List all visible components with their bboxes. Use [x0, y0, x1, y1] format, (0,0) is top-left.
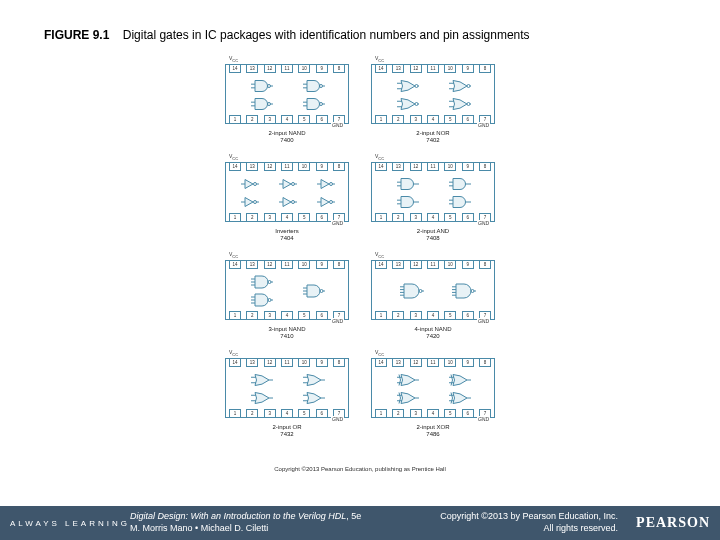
gate-schematic [226, 271, 350, 311]
pin-row-top: 141312111098 [372, 162, 494, 171]
svg-point-72 [320, 290, 323, 293]
pin-2: 2 [246, 409, 258, 418]
ic-package: 1413121110981234567VCCGND [225, 260, 349, 320]
chip-label: 2-input NAND7400 [268, 130, 305, 144]
footer-bar: ALWAYS LEARNING Digital Design: With an … [0, 506, 720, 540]
chip-7486: 1413121110981234567VCCGND2-input XOR7486 [367, 358, 499, 450]
pin-8: 8 [479, 64, 491, 73]
book-edition: , 5e [346, 511, 361, 521]
ic-package: 1413121110981234567VCCGND [371, 260, 495, 320]
chip-label: 2-input AND7408 [417, 228, 449, 242]
pin-9: 9 [316, 64, 328, 73]
vcc-label: VCC [375, 349, 384, 357]
vcc-label: VCC [229, 153, 238, 161]
pin-11: 11 [281, 358, 293, 367]
gate-schematic [372, 369, 496, 409]
pin-5: 5 [444, 311, 456, 320]
pin-3: 3 [264, 115, 276, 124]
pin-13: 13 [246, 358, 258, 367]
gnd-label: GND [477, 122, 490, 128]
pin-row-bottom: 1234567 [372, 409, 494, 418]
slide: FIGURE 9.1 Digital gates in IC packages … [0, 0, 720, 540]
pin-4: 4 [281, 409, 293, 418]
pin-8: 8 [333, 260, 345, 269]
pin-11: 11 [427, 64, 439, 73]
copyright-line: Copyright ©2013 by Pearson Education, In… [440, 511, 618, 521]
chip-label: 4-input NAND7420 [414, 326, 451, 340]
vcc-label: VCC [229, 349, 238, 357]
pin-5: 5 [298, 213, 310, 222]
pin-4: 4 [427, 213, 439, 222]
figure-label: FIGURE 9.1 [44, 28, 109, 42]
chip-diagram-area: 1413121110981234567VCCGND2-input NAND740… [0, 64, 720, 450]
pin-4: 4 [281, 311, 293, 320]
chip-7420: 1413121110981234567VCCGND4-input NAND742… [367, 260, 499, 352]
gate-schematic [226, 173, 350, 213]
pin-12: 12 [410, 64, 422, 73]
pin-14: 14 [229, 162, 241, 171]
footer-copyright: Copyright ©2013 by Pearson Education, In… [440, 511, 626, 534]
pin-5: 5 [444, 213, 456, 222]
svg-point-77 [419, 290, 422, 293]
gnd-label: GND [331, 416, 344, 422]
vcc-label: VCC [229, 251, 238, 259]
pin-3: 3 [410, 115, 422, 124]
pin-row-top: 141312111098 [226, 358, 348, 367]
pin-4: 4 [281, 213, 293, 222]
svg-point-20 [467, 85, 470, 88]
pin-8: 8 [479, 260, 491, 269]
ic-package: 1413121110981234567VCCGND [371, 162, 495, 222]
pin-4: 4 [427, 115, 439, 124]
gate-schematic [226, 369, 350, 409]
pin-11: 11 [427, 162, 439, 171]
vcc-label: VCC [229, 55, 238, 63]
pin-3: 3 [410, 213, 422, 222]
svg-point-67 [268, 299, 271, 302]
pin-row-bottom: 1234567 [372, 115, 494, 124]
pin-1: 1 [229, 115, 241, 124]
pin-13: 13 [392, 64, 404, 73]
pin-1: 1 [229, 311, 241, 320]
pin-row-bottom: 1234567 [226, 311, 348, 320]
pin-1: 1 [375, 115, 387, 124]
pin-13: 13 [392, 260, 404, 269]
pin-6: 6 [316, 213, 328, 222]
pin-12: 12 [410, 260, 422, 269]
ic-package: 1413121110981234567VCCGND [225, 162, 349, 222]
svg-point-38 [330, 183, 333, 186]
gnd-label: GND [477, 416, 490, 422]
pin-11: 11 [427, 358, 439, 367]
pin-row-top: 141312111098 [226, 260, 348, 269]
pin-row-bottom: 1234567 [226, 409, 348, 418]
pin-row-bottom: 1234567 [372, 311, 494, 320]
pin-12: 12 [410, 162, 422, 171]
pin-row-bottom: 1234567 [226, 115, 348, 124]
pin-12: 12 [264, 260, 276, 269]
figure-caption: FIGURE 9.1 Digital gates in IC packages … [44, 28, 676, 42]
pin-6: 6 [316, 115, 328, 124]
pin-1: 1 [375, 311, 387, 320]
pin-3: 3 [264, 409, 276, 418]
pin-13: 13 [246, 162, 258, 171]
pin-8: 8 [479, 358, 491, 367]
chip-label: Inverters7404 [275, 228, 298, 242]
pin-4: 4 [281, 115, 293, 124]
pin-13: 13 [246, 64, 258, 73]
pin-10: 10 [444, 64, 456, 73]
pin-1: 1 [229, 213, 241, 222]
gate-schematic [372, 173, 496, 213]
pin-13: 13 [246, 260, 258, 269]
pin-1: 1 [375, 213, 387, 222]
always-learning: ALWAYS LEARNING [0, 519, 130, 528]
pin-14: 14 [229, 64, 241, 73]
pin-row-bottom: 1234567 [226, 213, 348, 222]
pin-5: 5 [298, 409, 310, 418]
pin-2: 2 [246, 115, 258, 124]
svg-point-28 [467, 103, 470, 106]
chip-label: 2-input OR7432 [272, 424, 301, 438]
pin-2: 2 [246, 213, 258, 222]
figure-text: Digital gates in IC packages with identi… [123, 28, 530, 42]
svg-point-44 [292, 201, 295, 204]
pin-9: 9 [462, 358, 474, 367]
pin-6: 6 [316, 311, 328, 320]
